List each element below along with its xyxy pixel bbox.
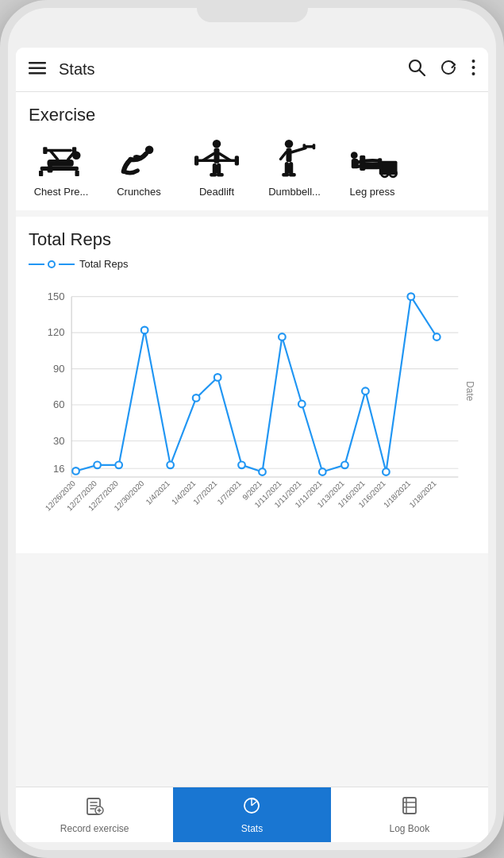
svg-rect-12 bbox=[48, 159, 74, 166]
chart-wrapper: 150 120 90 60 30 16 bbox=[29, 279, 475, 541]
exercise-label-dumbbell: Dumbbell... bbox=[268, 186, 321, 198]
chest-press-icon bbox=[29, 135, 93, 183]
header-icons bbox=[408, 59, 475, 80]
svg-rect-0 bbox=[29, 62, 46, 64]
svg-point-69 bbox=[193, 394, 200, 402]
svg-rect-34 bbox=[304, 145, 314, 148]
exercise-label-deadlift: Deadlift bbox=[199, 186, 234, 198]
svg-rect-27 bbox=[213, 163, 217, 174]
svg-text:Date: Date bbox=[464, 381, 475, 402]
chart-title: Total Reps bbox=[29, 229, 475, 250]
nav-record-exercise[interactable]: Record exercise bbox=[16, 787, 173, 842]
svg-rect-16 bbox=[43, 147, 47, 154]
app-container: Stats bbox=[16, 48, 488, 842]
nav-stats-label: Stats bbox=[241, 823, 263, 834]
nav-stats[interactable]: Stats bbox=[173, 787, 330, 842]
legend-text: Total Reps bbox=[79, 258, 128, 270]
svg-rect-40 bbox=[282, 173, 289, 176]
stats-icon bbox=[242, 796, 261, 820]
svg-point-68 bbox=[167, 462, 174, 469]
svg-rect-9 bbox=[39, 170, 43, 175]
svg-rect-8 bbox=[40, 166, 79, 170]
svg-rect-2 bbox=[29, 72, 46, 75]
svg-point-78 bbox=[383, 468, 390, 475]
svg-point-7 bbox=[472, 72, 475, 75]
svg-rect-1 bbox=[29, 67, 46, 70]
svg-rect-25 bbox=[194, 156, 198, 165]
svg-line-37 bbox=[281, 152, 287, 159]
nav-log-book[interactable]: Log Book bbox=[331, 787, 488, 842]
phone-notch bbox=[197, 8, 308, 22]
exercise-section-title: Exercise bbox=[16, 105, 488, 135]
svg-text:150: 150 bbox=[48, 290, 65, 302]
svg-rect-10 bbox=[75, 170, 79, 175]
svg-rect-18 bbox=[48, 165, 53, 172]
svg-text:1/18/2021: 1/18/2021 bbox=[382, 479, 412, 509]
svg-point-80 bbox=[433, 333, 441, 341]
app-header: Stats bbox=[16, 48, 488, 92]
svg-rect-36 bbox=[313, 144, 316, 149]
svg-text:30: 30 bbox=[53, 435, 64, 447]
deadlift-icon bbox=[185, 135, 248, 183]
exercise-item-deadlift[interactable]: Deadlift bbox=[181, 135, 252, 198]
svg-point-72 bbox=[259, 468, 266, 475]
exercise-list: Chest Pre... bbox=[16, 135, 488, 204]
exercise-item-dumbbell[interactable]: Dumbbell... bbox=[259, 135, 330, 198]
record-exercise-icon bbox=[85, 796, 104, 820]
more-icon[interactable] bbox=[471, 59, 475, 80]
chart-legend: Total Reps bbox=[29, 258, 475, 270]
nav-record-label: Record exercise bbox=[60, 823, 129, 834]
svg-rect-39 bbox=[289, 162, 293, 175]
exercise-item-chest-press[interactable]: Chest Pre... bbox=[25, 135, 97, 198]
svg-rect-35 bbox=[303, 144, 306, 149]
bottom-nav: Record exercise Stats bbox=[16, 787, 488, 842]
header-title: Stats bbox=[59, 60, 408, 79]
exercise-section: Exercise bbox=[16, 92, 488, 210]
svg-rect-29 bbox=[210, 173, 217, 176]
svg-text:90: 90 bbox=[53, 363, 64, 375]
svg-point-20 bbox=[213, 140, 221, 148]
exercise-label-leg-press: Leg press bbox=[349, 186, 394, 198]
legend-dash bbox=[29, 264, 44, 265]
nav-log-label: Log Book bbox=[389, 823, 429, 834]
legend-line bbox=[29, 260, 75, 268]
svg-rect-17 bbox=[72, 147, 76, 154]
svg-point-66 bbox=[115, 462, 122, 469]
svg-text:1/7/2021: 1/7/2021 bbox=[191, 479, 219, 506]
svg-rect-102 bbox=[403, 798, 416, 814]
svg-point-31 bbox=[285, 140, 294, 148]
svg-point-45 bbox=[351, 152, 358, 159]
menu-icon[interactable] bbox=[29, 60, 46, 79]
phone-frame: Stats bbox=[0, 0, 504, 858]
legend-dash2 bbox=[59, 264, 75, 265]
svg-text:60: 60 bbox=[53, 398, 64, 410]
main-content: Exercise bbox=[16, 92, 488, 787]
svg-point-74 bbox=[298, 401, 306, 408]
leg-press-icon bbox=[340, 135, 404, 183]
legend-dot bbox=[48, 260, 56, 268]
svg-text:1/4/2021: 1/4/2021 bbox=[144, 479, 171, 506]
svg-text:16: 16 bbox=[53, 463, 64, 475]
svg-rect-32 bbox=[287, 148, 292, 162]
exercise-item-leg-press[interactable]: Leg press bbox=[337, 135, 408, 198]
crunches-icon bbox=[107, 135, 171, 183]
dumbbell-icon bbox=[263, 135, 326, 183]
svg-rect-47 bbox=[378, 158, 382, 169]
svg-text:120: 120 bbox=[48, 326, 65, 338]
svg-rect-26 bbox=[235, 156, 239, 165]
svg-rect-38 bbox=[285, 162, 289, 175]
svg-point-64 bbox=[72, 467, 79, 475]
search-icon[interactable] bbox=[408, 59, 425, 80]
refresh-icon[interactable] bbox=[440, 59, 457, 80]
svg-point-71 bbox=[238, 462, 245, 469]
exercise-label-chest-press: Chest Pre... bbox=[34, 186, 89, 198]
svg-rect-15 bbox=[46, 148, 72, 152]
svg-rect-30 bbox=[217, 173, 224, 176]
svg-rect-41 bbox=[289, 173, 296, 176]
chart-svg: 150 120 90 60 30 16 bbox=[29, 279, 475, 537]
svg-point-76 bbox=[341, 462, 348, 469]
svg-point-67 bbox=[141, 327, 148, 334]
svg-rect-24 bbox=[198, 159, 237, 162]
svg-point-73 bbox=[279, 333, 286, 341]
exercise-item-crunches[interactable]: Crunches bbox=[103, 135, 175, 198]
